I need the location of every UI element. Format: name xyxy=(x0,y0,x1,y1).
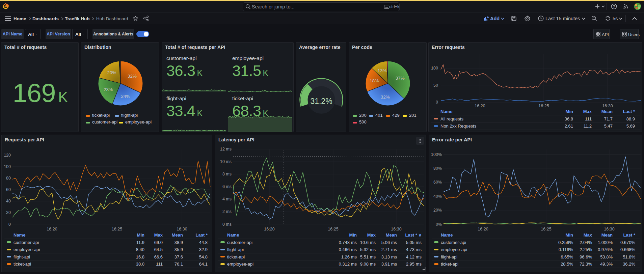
svg-text:16:30: 16:30 xyxy=(177,227,187,231)
svg-text:80: 80 xyxy=(6,176,11,181)
svg-text:16:25: 16:25 xyxy=(112,227,122,231)
svg-text:0%: 0% xyxy=(436,222,442,227)
svg-text:12 ms: 12 ms xyxy=(220,147,232,152)
svg-text:37%: 37% xyxy=(396,76,405,81)
svg-text:0 ms: 0 ms xyxy=(222,222,232,227)
svg-text:16:25: 16:25 xyxy=(541,227,551,231)
svg-text:20: 20 xyxy=(6,210,11,215)
svg-text:16:20: 16:20 xyxy=(475,104,485,108)
svg-text:8 ms: 8 ms xyxy=(222,172,232,176)
svg-text:18%: 18% xyxy=(370,78,379,83)
svg-text:32%: 32% xyxy=(381,94,390,100)
svg-text:13%: 13% xyxy=(377,68,386,73)
svg-text:0: 0 xyxy=(436,100,438,105)
svg-text:20%: 20% xyxy=(107,70,116,75)
svg-text:16:25: 16:25 xyxy=(328,227,338,231)
svg-text:40%: 40% xyxy=(433,194,442,199)
svg-text:80%: 80% xyxy=(433,166,442,171)
svg-text:16:30: 16:30 xyxy=(604,227,614,231)
svg-text:60: 60 xyxy=(6,187,11,192)
svg-text:2 ms: 2 ms xyxy=(222,209,232,214)
svg-text:40: 40 xyxy=(6,199,11,203)
svg-text:23%: 23% xyxy=(104,87,113,92)
svg-text:16:25: 16:25 xyxy=(538,104,549,108)
svg-text:10 ms: 10 ms xyxy=(220,159,232,164)
svg-text:32%: 32% xyxy=(128,74,137,79)
svg-text:100: 100 xyxy=(4,164,11,169)
svg-text:4 ms: 4 ms xyxy=(222,197,232,201)
svg-text:20%: 20% xyxy=(433,208,442,213)
svg-text:100%: 100% xyxy=(431,152,442,157)
svg-text:6 ms: 6 ms xyxy=(222,184,232,189)
svg-text:16:20: 16:20 xyxy=(264,227,274,231)
svg-text:16:30: 16:30 xyxy=(602,104,613,108)
svg-text:?: ? xyxy=(613,4,615,8)
svg-text:60%: 60% xyxy=(433,180,442,185)
svg-text:120: 120 xyxy=(4,153,11,158)
svg-text:16:20: 16:20 xyxy=(478,227,488,231)
svg-text:0: 0 xyxy=(8,222,11,227)
svg-text:24%: 24% xyxy=(121,94,130,99)
svg-text:16:20: 16:20 xyxy=(47,227,57,231)
svg-text:31.2%: 31.2% xyxy=(310,97,332,106)
svg-text:50: 50 xyxy=(433,83,438,88)
svg-text:16:30: 16:30 xyxy=(391,227,401,231)
svg-text:100: 100 xyxy=(431,66,438,71)
